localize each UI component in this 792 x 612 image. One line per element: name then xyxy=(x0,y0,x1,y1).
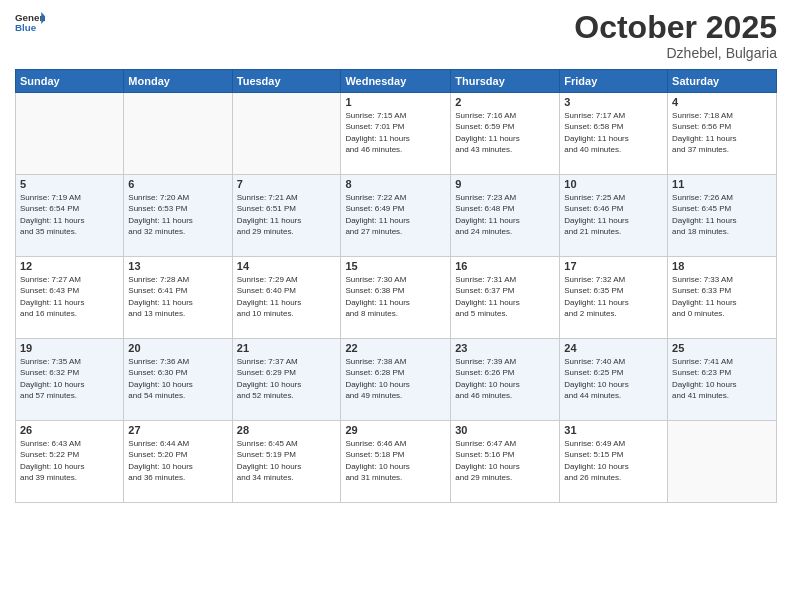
weekday-header-row: Sunday Monday Tuesday Wednesday Thursday… xyxy=(16,70,777,93)
day-info: Sunrise: 7:25 AM Sunset: 6:46 PM Dayligh… xyxy=(564,192,663,237)
day-info: Sunrise: 7:22 AM Sunset: 6:49 PM Dayligh… xyxy=(345,192,446,237)
week-row-0: 1Sunrise: 7:15 AM Sunset: 7:01 PM Daylig… xyxy=(16,93,777,175)
day-info: Sunrise: 7:20 AM Sunset: 6:53 PM Dayligh… xyxy=(128,192,227,237)
table-row xyxy=(668,421,777,503)
table-row: 10Sunrise: 7:25 AM Sunset: 6:46 PM Dayli… xyxy=(560,175,668,257)
week-row-1: 5Sunrise: 7:19 AM Sunset: 6:54 PM Daylig… xyxy=(16,175,777,257)
day-number: 5 xyxy=(20,178,119,190)
table-row: 23Sunrise: 7:39 AM Sunset: 6:26 PM Dayli… xyxy=(451,339,560,421)
day-info: Sunrise: 7:33 AM Sunset: 6:33 PM Dayligh… xyxy=(672,274,772,319)
day-info: Sunrise: 7:16 AM Sunset: 6:59 PM Dayligh… xyxy=(455,110,555,155)
table-row: 8Sunrise: 7:22 AM Sunset: 6:49 PM Daylig… xyxy=(341,175,451,257)
day-number: 19 xyxy=(20,342,119,354)
day-info: Sunrise: 7:15 AM Sunset: 7:01 PM Dayligh… xyxy=(345,110,446,155)
table-row: 14Sunrise: 7:29 AM Sunset: 6:40 PM Dayli… xyxy=(232,257,341,339)
table-row: 25Sunrise: 7:41 AM Sunset: 6:23 PM Dayli… xyxy=(668,339,777,421)
day-info: Sunrise: 7:23 AM Sunset: 6:48 PM Dayligh… xyxy=(455,192,555,237)
table-row xyxy=(16,93,124,175)
day-info: Sunrise: 7:30 AM Sunset: 6:38 PM Dayligh… xyxy=(345,274,446,319)
table-row: 22Sunrise: 7:38 AM Sunset: 6:28 PM Dayli… xyxy=(341,339,451,421)
logo: General Blue xyxy=(15,10,45,35)
day-info: Sunrise: 6:45 AM Sunset: 5:19 PM Dayligh… xyxy=(237,438,337,483)
day-number: 14 xyxy=(237,260,337,272)
col-friday: Friday xyxy=(560,70,668,93)
table-row: 18Sunrise: 7:33 AM Sunset: 6:33 PM Dayli… xyxy=(668,257,777,339)
week-row-2: 12Sunrise: 7:27 AM Sunset: 6:43 PM Dayli… xyxy=(16,257,777,339)
day-number: 17 xyxy=(564,260,663,272)
table-row: 1Sunrise: 7:15 AM Sunset: 7:01 PM Daylig… xyxy=(341,93,451,175)
day-number: 28 xyxy=(237,424,337,436)
day-number: 27 xyxy=(128,424,227,436)
day-info: Sunrise: 7:32 AM Sunset: 6:35 PM Dayligh… xyxy=(564,274,663,319)
day-number: 20 xyxy=(128,342,227,354)
table-row: 5Sunrise: 7:19 AM Sunset: 6:54 PM Daylig… xyxy=(16,175,124,257)
logo-icon: General Blue xyxy=(15,10,45,35)
day-info: Sunrise: 7:18 AM Sunset: 6:56 PM Dayligh… xyxy=(672,110,772,155)
week-row-4: 26Sunrise: 6:43 AM Sunset: 5:22 PM Dayli… xyxy=(16,421,777,503)
day-number: 2 xyxy=(455,96,555,108)
day-info: Sunrise: 6:46 AM Sunset: 5:18 PM Dayligh… xyxy=(345,438,446,483)
col-monday: Monday xyxy=(124,70,232,93)
day-info: Sunrise: 7:29 AM Sunset: 6:40 PM Dayligh… xyxy=(237,274,337,319)
day-info: Sunrise: 7:28 AM Sunset: 6:41 PM Dayligh… xyxy=(128,274,227,319)
table-row: 24Sunrise: 7:40 AM Sunset: 6:25 PM Dayli… xyxy=(560,339,668,421)
day-number: 25 xyxy=(672,342,772,354)
day-info: Sunrise: 6:43 AM Sunset: 5:22 PM Dayligh… xyxy=(20,438,119,483)
day-number: 18 xyxy=(672,260,772,272)
day-number: 30 xyxy=(455,424,555,436)
table-row: 31Sunrise: 6:49 AM Sunset: 5:15 PM Dayli… xyxy=(560,421,668,503)
table-row: 21Sunrise: 7:37 AM Sunset: 6:29 PM Dayli… xyxy=(232,339,341,421)
calendar-table: Sunday Monday Tuesday Wednesday Thursday… xyxy=(15,69,777,503)
table-row: 17Sunrise: 7:32 AM Sunset: 6:35 PM Dayli… xyxy=(560,257,668,339)
day-number: 16 xyxy=(455,260,555,272)
day-number: 9 xyxy=(455,178,555,190)
day-info: Sunrise: 7:19 AM Sunset: 6:54 PM Dayligh… xyxy=(20,192,119,237)
day-number: 7 xyxy=(237,178,337,190)
day-number: 29 xyxy=(345,424,446,436)
table-row: 15Sunrise: 7:30 AM Sunset: 6:38 PM Dayli… xyxy=(341,257,451,339)
day-info: Sunrise: 7:27 AM Sunset: 6:43 PM Dayligh… xyxy=(20,274,119,319)
day-info: Sunrise: 6:49 AM Sunset: 5:15 PM Dayligh… xyxy=(564,438,663,483)
table-row: 12Sunrise: 7:27 AM Sunset: 6:43 PM Dayli… xyxy=(16,257,124,339)
header: General Blue October 2025 Dzhebel, Bulga… xyxy=(15,10,777,61)
table-row: 16Sunrise: 7:31 AM Sunset: 6:37 PM Dayli… xyxy=(451,257,560,339)
day-info: Sunrise: 7:36 AM Sunset: 6:30 PM Dayligh… xyxy=(128,356,227,401)
day-info: Sunrise: 7:38 AM Sunset: 6:28 PM Dayligh… xyxy=(345,356,446,401)
day-info: Sunrise: 7:37 AM Sunset: 6:29 PM Dayligh… xyxy=(237,356,337,401)
table-row: 7Sunrise: 7:21 AM Sunset: 6:51 PM Daylig… xyxy=(232,175,341,257)
table-row: 2Sunrise: 7:16 AM Sunset: 6:59 PM Daylig… xyxy=(451,93,560,175)
day-number: 8 xyxy=(345,178,446,190)
day-number: 10 xyxy=(564,178,663,190)
day-info: Sunrise: 7:41 AM Sunset: 6:23 PM Dayligh… xyxy=(672,356,772,401)
table-row: 3Sunrise: 7:17 AM Sunset: 6:58 PM Daylig… xyxy=(560,93,668,175)
day-info: Sunrise: 7:39 AM Sunset: 6:26 PM Dayligh… xyxy=(455,356,555,401)
table-row xyxy=(232,93,341,175)
day-number: 31 xyxy=(564,424,663,436)
table-row: 30Sunrise: 6:47 AM Sunset: 5:16 PM Dayli… xyxy=(451,421,560,503)
day-number: 26 xyxy=(20,424,119,436)
table-row xyxy=(124,93,232,175)
month-title: October 2025 xyxy=(574,10,777,45)
day-info: Sunrise: 6:44 AM Sunset: 5:20 PM Dayligh… xyxy=(128,438,227,483)
col-wednesday: Wednesday xyxy=(341,70,451,93)
table-row: 29Sunrise: 6:46 AM Sunset: 5:18 PM Dayli… xyxy=(341,421,451,503)
col-sunday: Sunday xyxy=(16,70,124,93)
col-thursday: Thursday xyxy=(451,70,560,93)
table-row: 4Sunrise: 7:18 AM Sunset: 6:56 PM Daylig… xyxy=(668,93,777,175)
table-row: 6Sunrise: 7:20 AM Sunset: 6:53 PM Daylig… xyxy=(124,175,232,257)
day-info: Sunrise: 7:40 AM Sunset: 6:25 PM Dayligh… xyxy=(564,356,663,401)
day-info: Sunrise: 6:47 AM Sunset: 5:16 PM Dayligh… xyxy=(455,438,555,483)
day-number: 23 xyxy=(455,342,555,354)
location: Dzhebel, Bulgaria xyxy=(574,45,777,61)
svg-text:Blue: Blue xyxy=(15,22,37,33)
day-number: 6 xyxy=(128,178,227,190)
table-row: 11Sunrise: 7:26 AM Sunset: 6:45 PM Dayli… xyxy=(668,175,777,257)
col-tuesday: Tuesday xyxy=(232,70,341,93)
day-number: 15 xyxy=(345,260,446,272)
day-info: Sunrise: 7:35 AM Sunset: 6:32 PM Dayligh… xyxy=(20,356,119,401)
table-row: 20Sunrise: 7:36 AM Sunset: 6:30 PM Dayli… xyxy=(124,339,232,421)
day-number: 1 xyxy=(345,96,446,108)
day-info: Sunrise: 7:17 AM Sunset: 6:58 PM Dayligh… xyxy=(564,110,663,155)
day-number: 24 xyxy=(564,342,663,354)
table-row: 26Sunrise: 6:43 AM Sunset: 5:22 PM Dayli… xyxy=(16,421,124,503)
